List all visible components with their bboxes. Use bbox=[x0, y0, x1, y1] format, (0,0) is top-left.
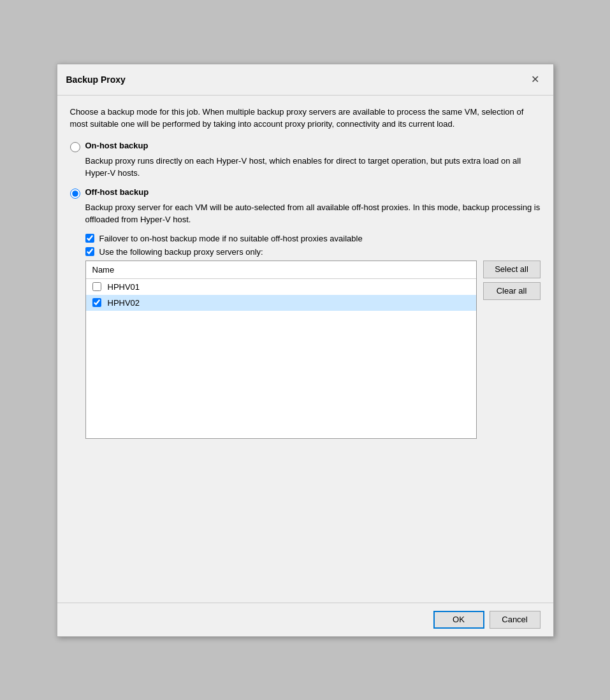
proxy-list-section: Name HPHV01 HPHV02 Select all Clear all bbox=[85, 261, 541, 439]
hphv01-name: HPHV01 bbox=[108, 282, 140, 292]
ok-button[interactable]: OK bbox=[433, 611, 484, 629]
hphv01-checkbox[interactable] bbox=[92, 282, 101, 291]
failover-row: Failover to on-host backup mode if no su… bbox=[85, 234, 541, 243]
use-following-row: Use the following backup proxy servers o… bbox=[85, 247, 541, 257]
off-host-label[interactable]: Off-host backup bbox=[85, 187, 149, 197]
on-host-label[interactable]: On-host backup bbox=[85, 141, 149, 150]
list-item[interactable]: HPHV01 bbox=[86, 279, 476, 295]
off-host-radio[interactable] bbox=[70, 189, 80, 199]
dialog-title: Backup Proxy bbox=[66, 75, 126, 85]
use-following-checkbox[interactable] bbox=[85, 247, 94, 256]
failover-checkbox[interactable] bbox=[85, 234, 94, 243]
description-text: Choose a backup mode for this job. When … bbox=[70, 106, 541, 131]
select-all-button[interactable]: Select all bbox=[483, 261, 541, 278]
cancel-button[interactable]: Cancel bbox=[490, 611, 541, 629]
list-header: Name bbox=[86, 261, 476, 279]
off-host-radio-row: Off-host backup bbox=[70, 187, 541, 199]
proxy-list: Name HPHV01 HPHV02 bbox=[85, 261, 477, 439]
list-action-buttons: Select all Clear all bbox=[483, 261, 541, 439]
off-host-description: Backup proxy server for each VM will be … bbox=[85, 201, 541, 226]
dialog-footer: OK Cancel bbox=[57, 603, 553, 636]
clear-all-button[interactable]: Clear all bbox=[483, 282, 541, 300]
title-bar: Backup Proxy ✕ bbox=[57, 64, 553, 96]
hphv02-checkbox[interactable] bbox=[92, 298, 101, 307]
backup-proxy-dialog: Backup Proxy ✕ Choose a backup mode for … bbox=[57, 64, 554, 637]
failover-label[interactable]: Failover to on-host backup mode if no su… bbox=[99, 234, 363, 243]
hphv02-name: HPHV02 bbox=[108, 298, 140, 308]
list-item[interactable]: HPHV02 bbox=[86, 295, 476, 311]
close-button[interactable]: ✕ bbox=[526, 71, 544, 89]
on-host-description: Backup proxy runs directly on each Hyper… bbox=[85, 155, 541, 180]
on-host-radio[interactable] bbox=[70, 142, 80, 152]
on-host-radio-row: On-host backup bbox=[70, 141, 541, 152]
dialog-content: Choose a backup mode for this job. When … bbox=[57, 96, 553, 603]
use-following-label[interactable]: Use the following backup proxy servers o… bbox=[99, 247, 263, 257]
